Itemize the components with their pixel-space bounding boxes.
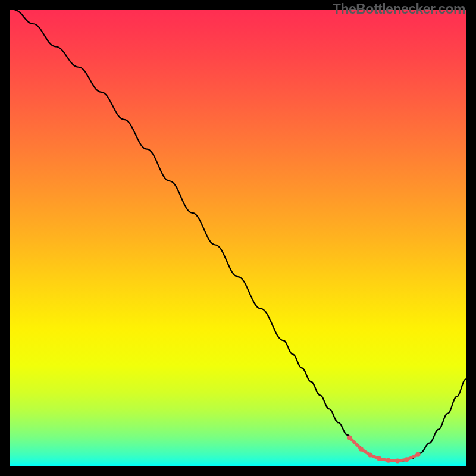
gradient-background bbox=[10, 10, 466, 466]
highlight-dot bbox=[395, 459, 400, 464]
highlight-dot bbox=[386, 458, 391, 463]
chart-container: TheBottlenecker.com bbox=[0, 0, 476, 476]
highlight-dot bbox=[359, 447, 364, 452]
highlight-dot bbox=[377, 456, 381, 461]
watermark-text: TheBottlenecker.com bbox=[333, 1, 465, 17]
highlight-dot bbox=[404, 457, 409, 462]
chart-svg bbox=[10, 10, 466, 466]
highlight-dot bbox=[368, 453, 372, 458]
plot-area bbox=[10, 10, 466, 466]
highlight-dot bbox=[347, 436, 352, 440]
highlight-dot bbox=[416, 452, 421, 457]
